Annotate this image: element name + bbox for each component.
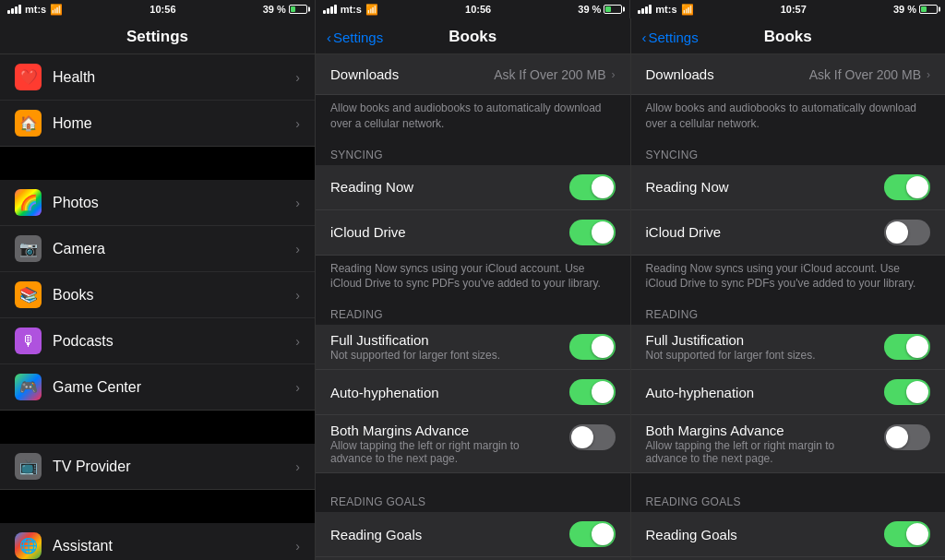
podcasts-label: Podcasts: [53, 333, 295, 350]
icloud-drive-toggle-left[interactable]: [569, 220, 616, 245]
icloud-drive-toggle-right[interactable]: [884, 220, 930, 245]
status-segment-2: mt:s 📶 10:56 39 %: [316, 0, 631, 18]
settings-item-photos[interactable]: 🌈 Photos ›: [0, 180, 315, 226]
reading-goals-toggle-right[interactable]: [884, 521, 930, 547]
downloads-chevron-left: ›: [612, 68, 616, 81]
reading-now-row-right[interactable]: Reading Now: [631, 165, 946, 210]
settings-item-health[interactable]: ❤️ Health ›: [0, 54, 315, 101]
carrier-label-3: mt:s: [655, 4, 676, 15]
back-label-right: Settings: [649, 30, 699, 45]
battery-icon: [289, 5, 307, 14]
wifi-icon-3: 📶: [681, 4, 694, 16]
books-right-content: Downloads Ask If Over 200 MB › Allow boo…: [631, 54, 946, 560]
reading-goals-row-right[interactable]: Reading Goals: [631, 512, 946, 557]
downloads-row-right[interactable]: Downloads Ask If Over 200 MB ›: [631, 54, 946, 95]
battery-percent-3: 39: [893, 4, 904, 15]
battery-icon-2: [604, 5, 622, 14]
health-icon: ❤️: [15, 64, 42, 90]
back-chevron-icon-right: ‹: [642, 30, 647, 45]
carrier-label-2: mt:s: [341, 4, 362, 15]
sync-desc-left: Reading Now syncs using your iCloud acco…: [316, 256, 630, 302]
settings-item-tv-provider[interactable]: 📺 TV Provider ›: [0, 444, 315, 489]
icloud-drive-label-right: iCloud Drive: [646, 224, 885, 240]
settings-item-home[interactable]: 🏠 Home ›: [0, 101, 315, 146]
reading-goals-header-right: READING GOALS: [631, 488, 946, 512]
both-margins-toggle-right[interactable]: [884, 424, 930, 450]
downloads-label-right: Downloads: [646, 66, 809, 82]
settings-panel: Settings ❤️ Health › 🏠 Home ›: [0, 18, 316, 560]
settings-item-podcasts[interactable]: 🎙 Podcasts ›: [0, 318, 315, 364]
tv-provider-icon: 📺: [15, 453, 42, 480]
reading-now-toggle-right[interactable]: [884, 174, 930, 200]
books-left-content: Downloads Ask If Over 200 MB › Allow boo…: [316, 54, 630, 560]
books-right-title: Books: [764, 28, 812, 46]
spacer-1: [0, 147, 315, 180]
settings-item-books[interactable]: 📚 Books ›: [0, 272, 315, 318]
reading-goals-label-right: Reading Goals: [646, 527, 885, 542]
auto-hyphenation-toggle-left[interactable]: [569, 379, 616, 405]
full-justification-label-right: Full Justification: [646, 332, 878, 348]
spacer-goals-right: [631, 473, 946, 488]
status-segment-3: mt:s 📶 10:57 39 %: [630, 0, 945, 18]
icloud-drive-row-right[interactable]: iCloud Drive: [631, 210, 946, 256]
downloads-desc-left: Allow books and audiobooks to automatica…: [316, 95, 630, 141]
wifi-icon-2: 📶: [365, 4, 378, 16]
downloads-chevron-right: ›: [927, 68, 930, 81]
both-margins-label-left: Both Margins Advance: [330, 423, 562, 438]
downloads-row-left[interactable]: Downloads Ask If Over 200 MB ›: [316, 54, 630, 95]
settings-item-camera[interactable]: 📷 Camera ›: [0, 226, 315, 272]
both-margins-toggle-left[interactable]: [569, 424, 616, 450]
auto-hyphenation-toggle-right[interactable]: [884, 379, 930, 405]
home-label: Home: [53, 115, 295, 132]
status-segment-1: mt:s 📶 10:56 39 %: [0, 0, 316, 18]
books-label: Books: [53, 287, 295, 304]
reading-now-label-right: Reading Now: [646, 179, 885, 195]
books-chevron: ›: [295, 288, 300, 303]
health-label: Health: [53, 69, 295, 86]
icloud-drive-label-left: iCloud Drive: [330, 224, 569, 240]
back-label: Settings: [333, 30, 383, 45]
full-justification-row-left[interactable]: Full Justification Not supported for lar…: [316, 325, 630, 370]
camera-icon: 📷: [15, 235, 42, 262]
game-center-icon: 🎮: [15, 374, 42, 400]
spacer-3: [0, 490, 315, 523]
settings-header: Settings: [0, 18, 315, 54]
books-left-panel: ‹ Settings Books Downloads Ask If Over 2…: [316, 18, 631, 560]
syncing-header-left: SYNCING: [316, 141, 630, 165]
icloud-drive-row-left[interactable]: iCloud Drive: [316, 210, 630, 256]
full-justification-toggle-left[interactable]: [569, 334, 616, 360]
settings-item-game-center[interactable]: 🎮 Game Center ›: [0, 364, 315, 410]
settings-item-assistant[interactable]: 🌐 Assistant ›: [0, 523, 315, 560]
reading-goals-row-left[interactable]: Reading Goals: [316, 512, 630, 557]
both-margins-row-right[interactable]: Both Margins Advance Allow tapping the l…: [631, 415, 946, 473]
auto-hyphenation-label-right: Auto-hyphenation: [646, 385, 885, 400]
photos-icon: 🌈: [15, 189, 42, 216]
podcasts-icon: 🎙: [15, 328, 42, 354]
settings-group-extra: 🌐 Assistant › △ Drive › ⌨ Gboard ›: [0, 523, 315, 560]
books-right-back-button[interactable]: ‹ Settings: [640, 30, 699, 45]
reading-goals-toggle-left[interactable]: [569, 521, 616, 547]
assistant-icon: 🌐: [15, 532, 42, 559]
reading-now-toggle-left[interactable]: [569, 174, 616, 200]
both-margins-row-left[interactable]: Both Margins Advance Allow tapping the l…: [316, 415, 630, 473]
full-justification-sub-left: Not supported for larger font sizes.: [330, 349, 562, 362]
auto-hyphenation-label-left: Auto-hyphenation: [330, 385, 569, 400]
auto-hyphenation-row-right[interactable]: Auto-hyphenation: [631, 370, 946, 415]
photos-label: Photos: [53, 195, 295, 211]
signal-icon-2: [323, 5, 337, 14]
photos-chevron: ›: [295, 196, 300, 210]
auto-hyphenation-row-left[interactable]: Auto-hyphenation: [316, 370, 630, 415]
books-left-back-button[interactable]: ‹ Settings: [325, 30, 383, 45]
books-left-header: ‹ Settings Books: [316, 18, 630, 54]
full-justification-toggle-right[interactable]: [884, 334, 930, 360]
syncing-header-right: SYNCING: [631, 141, 946, 165]
reading-now-row-left[interactable]: Reading Now: [316, 165, 630, 210]
assistant-label: Assistant: [53, 538, 295, 554]
back-chevron-icon: ‹: [327, 30, 331, 45]
books-icon: 📚: [15, 281, 42, 308]
books-right-panel: ‹ Settings Books Downloads Ask If Over 2…: [631, 18, 946, 560]
time-label: 10:56: [150, 4, 175, 15]
both-margins-sub-left: Allow tapping the left or right margin t…: [330, 439, 562, 465]
full-justification-row-right[interactable]: Full Justification Not supported for lar…: [631, 325, 946, 370]
tv-provider-chevron: ›: [295, 459, 300, 474]
